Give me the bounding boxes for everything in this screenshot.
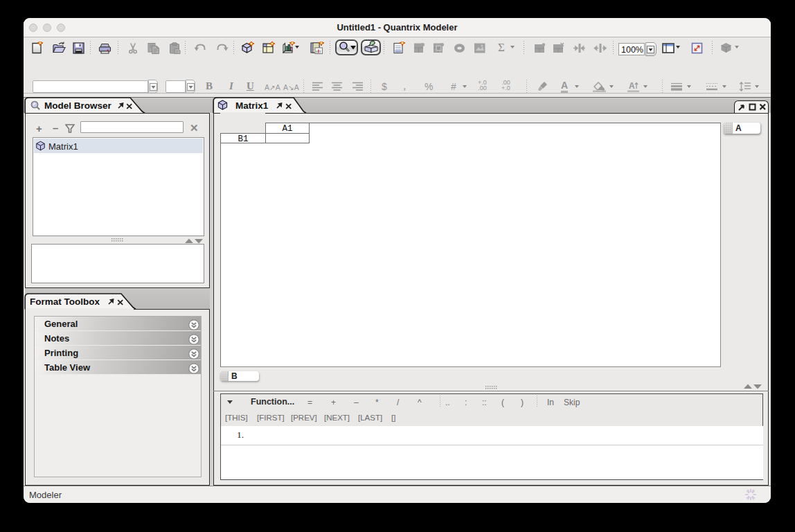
svg-text:A: A [629, 81, 635, 91]
